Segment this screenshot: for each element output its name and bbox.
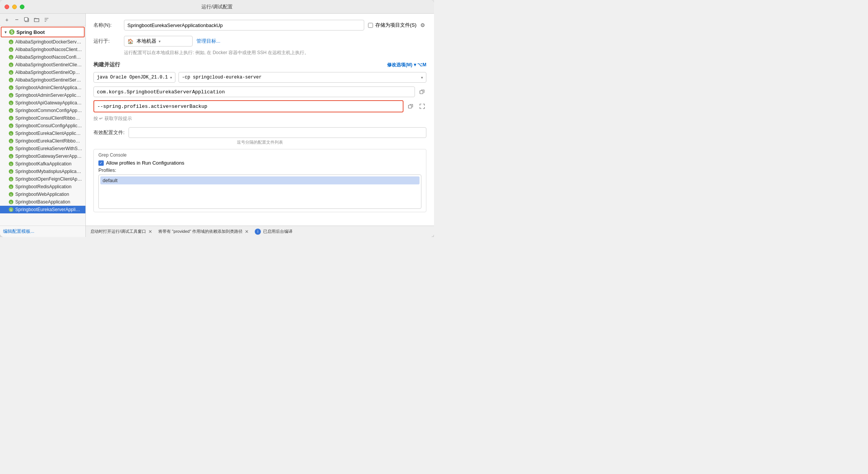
copy-config-button[interactable] [23,16,31,24]
main-class-input[interactable] [93,86,415,97]
java-cp-row: java Oracle OpenJDK_21.0.1 ▾ -cp springc… [93,72,426,83]
gear-icon[interactable]: ⚙ [419,21,426,29]
list-item[interactable]: S SpringbootCommonConfigApplication [0,107,85,114]
status-tag-3-label: 已启用后台编译 [263,229,293,234]
sidebar-item-label: SpringbootRedisApplication [15,184,71,189]
list-item[interactable]: S AlibabaSpringbootSentinelServerApplica… [0,76,85,84]
cp-value: -cp springcloud-eureka-server [182,75,262,80]
expand-main-class-button[interactable] [418,88,426,96]
spring-boot-group-header[interactable]: ▾ S Spring Boot [1,27,85,37]
run-on-label: 运行于: [93,38,120,45]
status-tag-1-close[interactable]: ✕ [148,229,152,234]
sidebar-list: ▾ S Spring Boot S AlibabaSpringboo [0,26,85,226]
vm-options-input[interactable] [93,100,403,112]
sidebar-item-label: SpringbootCommonConfigApplication [15,108,82,113]
sidebar-item-label: SpringbootConsulClientRibbonApplication [15,115,82,121]
add-config-button[interactable]: + [3,16,11,24]
cp-dropdown[interactable]: -cp springcloud-eureka-server ▾ [178,72,426,83]
sort-config-button[interactable] [43,16,50,24]
list-item[interactable]: S AlibabaSpringbootSentinelClientApplica… [0,61,85,69]
allow-profiles-checkbox[interactable] [98,160,104,166]
list-item[interactable]: S SpringbootMybatisplusApplication [0,168,85,175]
svg-rect-1 [24,18,28,21]
name-input[interactable] [124,20,364,30]
app-icon: S [8,77,14,83]
active-profiles-label: 有效配置文件: [93,129,125,136]
list-item[interactable]: S AlibabaSpringbootNacosClientApplicatio… [0,46,85,53]
sidebar-item-label: SpringbootEurekaClientApplication [15,131,82,136]
list-item[interactable]: S SpringbootAdminServerApplication [0,91,85,99]
svg-text:S: S [10,48,12,52]
app-icon: S [8,138,14,144]
modify-options-link[interactable]: 修改选项(M) ▾ ⌥M [387,62,426,68]
close-button[interactable] [5,5,9,9]
list-item[interactable]: S SpringbootEurekaServerWithSecurityAppl… [0,145,85,152]
list-item[interactable]: S SpringbootOpenFeignClientApplication [0,175,85,183]
list-item[interactable]: S AlibabaSpringbootSentinelOpenFeignClie… [0,69,85,76]
java-version-label: Oracle OpenJDK_21.0.1 [110,75,168,80]
profiles-listbox[interactable]: default [98,175,421,209]
local-machine-icon: 🏠 [127,38,133,44]
java-dropdown[interactable]: java Oracle OpenJDK_21.0.1 ▾ [93,72,175,83]
list-item[interactable]: S SpringbootWebApplication [0,191,85,198]
svg-text:S: S [10,201,12,204]
svg-text:S: S [10,56,12,59]
grep-console-section: Grep Console Allow profiles in Run Confi… [93,149,426,212]
list-item[interactable]: S SpringbootEurekaClientApplication [0,130,85,137]
maximize-button[interactable] [20,5,24,9]
app-icon: S [8,115,14,121]
form-area: 名称(N): 存储为项目文件(S) ⚙ 运行于: 🏠 本地机器 ▾ [86,14,434,226]
sidebar-item-label: AlibabaSpringbootNacosConfigApplication [15,54,82,60]
status-tag-2-close[interactable]: ✕ [245,229,249,234]
sidebar-item-label: SpringbootEurekaServerWithSecurityApplic… [15,146,82,151]
app-icon: S [8,85,14,90]
main-class-row [93,86,426,97]
sidebar-item-label: AlibabaSpringbootNacosClientApplication [15,47,82,52]
svg-text:S: S [10,147,12,151]
run-on-dropdown[interactable]: 🏠 本地机器 ▾ [124,36,193,46]
list-item[interactable]: S SpringbootConsulClientRibbonApplicatio… [0,114,85,122]
app-icon: S [8,192,14,197]
list-item[interactable]: S SpringbootAdminClientApplication [0,84,85,91]
java-dropdown-arrow-icon: ▾ [170,75,172,80]
manage-targets-link[interactable]: 管理目标... [196,38,220,45]
name-row: 名称(N): 存储为项目文件(S) ⚙ [93,20,426,30]
sidebar-item-label: SpringbootWebApplication [15,192,69,197]
app-icon: S [8,176,14,182]
profiles-default-item[interactable]: default [100,176,420,184]
list-item[interactable]: S SpringbootKafkaApplication [0,160,85,168]
status-bar: 启动时打开运行/调试工具窗口 ✕ 将带有 "provided" 作用域的依赖添加… [86,226,434,237]
active-profiles-input[interactable] [129,127,426,138]
list-item[interactable]: S SpringbootEurekaClientRibbonApplicatio… [0,137,85,145]
sidebar-item-label: SpringbootApiGatewayApplication [15,100,82,106]
app-icon: S [8,146,14,151]
sidebar-item-label: SpringbootEurekaClientRibbonApplication [15,138,82,144]
build-run-section-title: 构建并运行 修改选项(M) ▾ ⌥M [93,61,426,68]
list-item[interactable]: S SpringbootBaseApplication [0,198,85,206]
sidebar-item-label: SpringbootEurekaServerApplicationbackUp [15,207,82,212]
active-list-item[interactable]: S SpringbootEurekaServerApplicationbackU… [0,206,85,213]
svg-text:S: S [10,140,12,143]
list-item[interactable]: S AlibabaSpringbootDockerServerApplicati… [0,38,85,46]
list-item[interactable]: S AlibabaSpringbootNacosConfigApplicatio… [0,53,85,61]
info-icon: i [255,229,261,235]
run-on-row: 运行于: 🏠 本地机器 ▾ 管理目标... [93,36,426,46]
app-icon: S [8,108,14,113]
folder-config-button[interactable] [33,16,40,24]
fullscreen-vm-options-button[interactable] [418,102,426,110]
app-icon: S [8,184,14,189]
list-item[interactable]: S SpringbootApiGatewayApplication [0,99,85,107]
list-item[interactable]: S SpringbootConsulConfigApplication [0,122,85,130]
expand-vm-options-button[interactable] [407,102,415,110]
minimize-button[interactable] [12,5,17,9]
svg-text:S: S [10,170,12,174]
save-to-project-checkbox[interactable] [368,23,373,28]
svg-rect-54 [408,105,411,108]
remove-config-button[interactable]: − [13,16,21,24]
svg-text:S: S [10,178,12,181]
list-item[interactable]: S SpringbootRedisApplication [0,183,85,191]
sidebar-toolbar: + − [0,14,85,26]
edit-templates-link[interactable]: 编辑配置模板... [0,226,85,237]
sidebar-item-label: AlibabaSpringbootSentinelOpenFeignClient… [15,70,82,75]
list-item[interactable]: S SpringbootGatewayServerApplication [0,152,85,160]
